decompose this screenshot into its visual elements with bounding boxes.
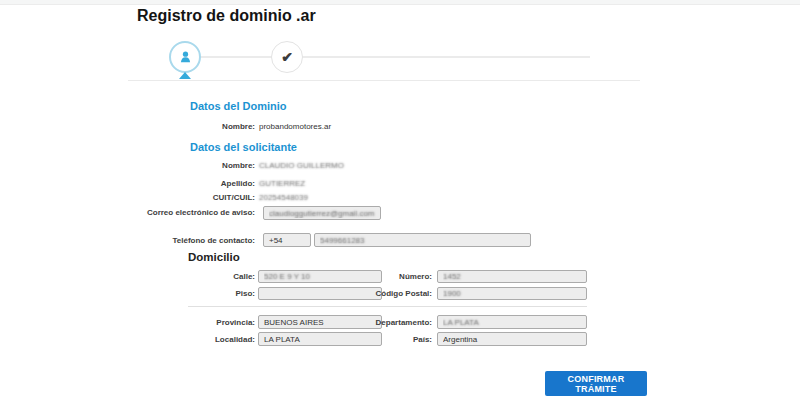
value-nombre: CLAUDIO GUILLERMO xyxy=(259,161,344,170)
label-apellido: Apellido: xyxy=(128,179,255,188)
stepper-connector-line xyxy=(185,56,590,58)
check-icon: ✔ xyxy=(281,50,293,64)
value-cuit-cuil: 20254548039 xyxy=(259,193,308,202)
email-field[interactable] xyxy=(263,206,381,220)
active-step-pointer-icon xyxy=(179,72,191,79)
confirm-tramite-button[interactable]: CONFIRMAR TRÁMITE xyxy=(545,371,647,396)
person-icon xyxy=(178,50,193,65)
label-pais: País: xyxy=(327,335,432,344)
domicilio-divider xyxy=(188,306,587,307)
stepper-step-confirmacion[interactable]: ✔ xyxy=(271,41,303,73)
label-numero: Número: xyxy=(327,272,432,281)
section-heading-dominio: Datos del Dominio xyxy=(190,100,287,112)
section-heading-solicitante: Datos del solicitante xyxy=(190,141,297,153)
department-field[interactable] xyxy=(437,315,587,329)
label-provincia: Provincia: xyxy=(128,318,255,327)
label-telefono-contacto: Teléfono de contacto: xyxy=(128,236,255,245)
top-strip xyxy=(0,0,800,5)
label-localidad: Localidad: xyxy=(128,335,255,344)
phone-number-field[interactable] xyxy=(314,233,531,247)
label-nombre: Nombre: xyxy=(128,161,255,170)
label-piso: Piso: xyxy=(128,289,255,298)
section-heading-domicilio: Domicilio xyxy=(188,251,240,263)
phone-prefix-field[interactable] xyxy=(263,233,311,247)
stepper-divider xyxy=(128,80,640,81)
street-number-field[interactable] xyxy=(437,270,587,283)
value-apellido: GUTIERREZ xyxy=(259,179,305,188)
stepper-step-datos-solicitante[interactable] xyxy=(169,41,201,73)
label-departamento: Departamento: xyxy=(327,318,432,327)
country-field[interactable] xyxy=(437,332,587,346)
label-calle: Calle: xyxy=(128,272,255,281)
label-codigo-postal: Código Postal: xyxy=(327,289,432,298)
label-cuit-cuil: CUIT/CUIL: xyxy=(128,193,255,202)
label-correo-aviso: Correo electrónico de aviso: xyxy=(128,207,255,218)
value-dominio-nombre: probandomotores.ar xyxy=(259,122,331,131)
postal-code-field[interactable] xyxy=(437,287,587,300)
page-title: Registro de dominio .ar xyxy=(137,7,316,25)
label-dominio-nombre: Nombre: xyxy=(128,122,255,131)
